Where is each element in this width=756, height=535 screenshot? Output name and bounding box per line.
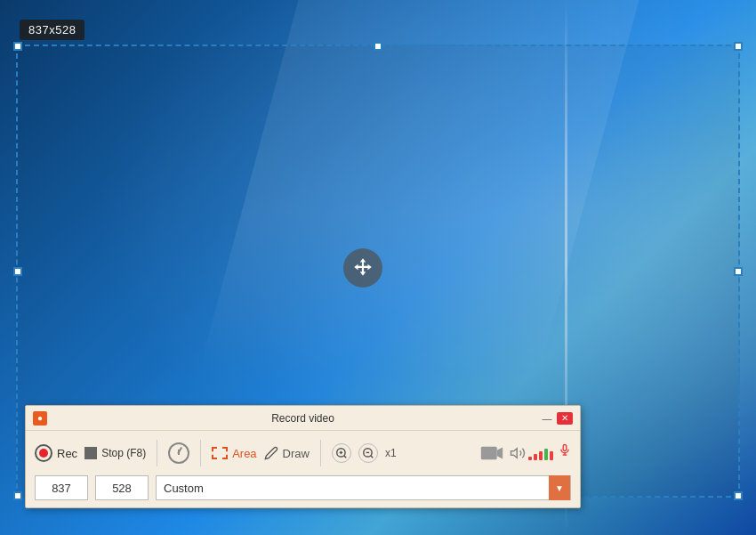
- stop-label: Stop (F8): [101, 447, 146, 459]
- svg-marker-9: [511, 449, 518, 458]
- timer-button[interactable]: [168, 442, 189, 464]
- vol-bar-5: [550, 451, 553, 460]
- divider-2: [200, 440, 201, 466]
- panel-titlebar: ● Record video — ✕: [26, 406, 580, 431]
- zoom-in-icon: [335, 447, 348, 459]
- width-input[interactable]: [35, 475, 88, 500]
- vol-bar-4: [544, 449, 548, 460]
- zoom-out-button[interactable]: [358, 443, 378, 463]
- vol-bar-2: [534, 454, 537, 460]
- preset-dropdown-arrow[interactable]: ▼: [549, 475, 570, 500]
- vol-bar-3: [539, 451, 543, 460]
- dropdown-arrow-icon: ▼: [555, 483, 564, 493]
- rec-inner: [39, 449, 48, 458]
- app-icon: ●: [33, 411, 47, 426]
- divider-3: [320, 440, 321, 466]
- rec-circle: [35, 444, 52, 462]
- speaker-icon: [509, 445, 527, 461]
- panel-body: Rec Stop (F8) Area Draw: [26, 431, 580, 475]
- zoom-in-button[interactable]: [332, 443, 351, 463]
- camera-button[interactable]: [480, 444, 503, 462]
- mic-icon: [559, 442, 571, 460]
- svg-rect-7: [481, 447, 497, 460]
- stop-icon: [84, 447, 97, 459]
- draw-label: Draw: [283, 447, 310, 460]
- preset-select[interactable]: Custom ▼: [156, 475, 571, 500]
- svg-rect-10: [563, 444, 567, 450]
- volume-button[interactable]: [509, 445, 553, 461]
- svg-marker-8: [497, 448, 503, 459]
- rec-button[interactable]: Rec: [35, 444, 77, 462]
- stop-button[interactable]: Stop (F8): [84, 447, 146, 459]
- height-input[interactable]: [95, 475, 149, 500]
- camera-icon: [480, 444, 503, 462]
- panel-footer: Custom ▼: [26, 475, 580, 507]
- draw-button[interactable]: Draw: [264, 446, 310, 460]
- titlebar-left: ●: [33, 411, 47, 426]
- record-panel: ● Record video — ✕ Rec Stop (F8): [25, 405, 581, 508]
- zoom-out-icon: [362, 447, 374, 459]
- preset-label: Custom: [157, 482, 549, 495]
- area-label: Area: [232, 447, 256, 460]
- panel-title: Record video: [271, 412, 334, 425]
- right-controls: [480, 442, 571, 464]
- move-icon: [351, 256, 374, 280]
- rec-label: Rec: [57, 447, 77, 460]
- pencil-icon: [264, 446, 278, 460]
- dimensions-badge: 837x528: [20, 20, 84, 40]
- volume-bars: [528, 446, 553, 460]
- area-button[interactable]: Area: [212, 447, 256, 460]
- svg-line-5: [371, 456, 374, 458]
- titlebar-right: — ✕: [539, 412, 573, 425]
- close-button[interactable]: ✕: [557, 412, 573, 425]
- zoom-level: x1: [385, 447, 397, 459]
- minimize-button[interactable]: —: [539, 412, 555, 425]
- divider-1: [157, 440, 157, 466]
- mic-button[interactable]: [559, 442, 571, 464]
- vol-bar-1: [528, 457, 532, 460]
- svg-line-1: [344, 456, 347, 458]
- area-icon: [212, 447, 228, 459]
- move-cursor-icon: [343, 248, 382, 288]
- dimensions-text: 837x528: [28, 23, 76, 36]
